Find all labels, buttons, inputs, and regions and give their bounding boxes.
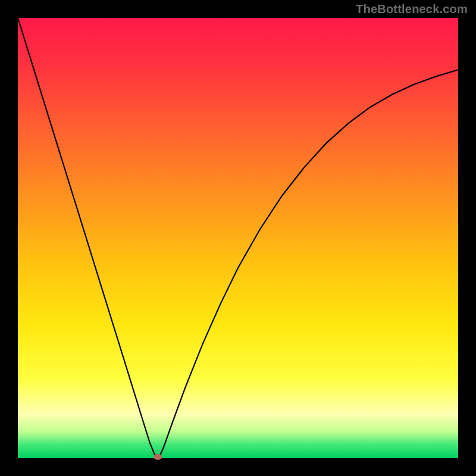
plot-area [18,18,458,458]
watermark-text: TheBottleneck.com [356,2,468,16]
bottleneck-chart [0,0,476,476]
optimal-point-marker [154,454,162,460]
